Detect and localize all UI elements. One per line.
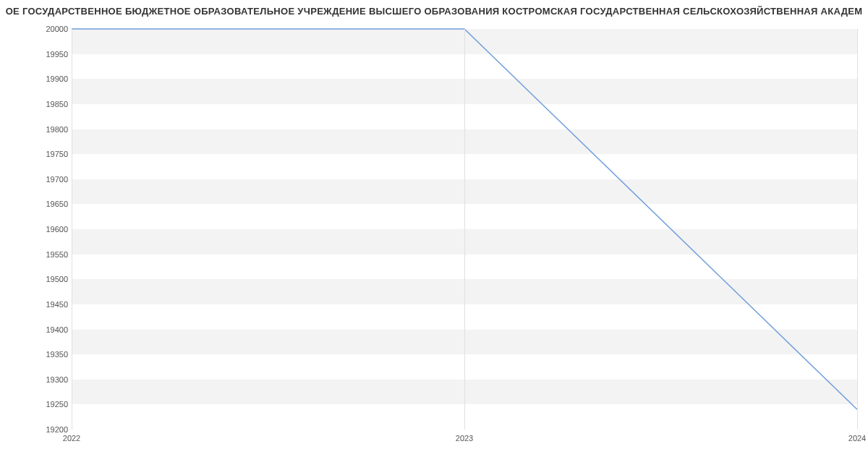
y-tick-label: 19300 [10,375,68,384]
y-tick-label: 19500 [10,275,68,283]
x-tick-label: 2024 [848,434,866,443]
y-tick-label: 19800 [10,125,68,134]
y-tick-label: 19350 [10,350,68,359]
y-tick-label: 19700 [10,175,68,184]
y-tick-label: 19450 [10,300,68,309]
x-gridline [72,29,72,430]
y-tick-label: 19400 [10,325,68,334]
y-tick-label: 19950 [10,50,68,59]
y-tick-label: 19850 [10,100,68,108]
y-tick-label: 19250 [10,400,68,409]
y-tick-label: 19650 [10,200,68,208]
x-gridline [857,29,858,430]
y-tick-label: 20000 [10,25,68,33]
x-tick-label: 2023 [456,434,473,443]
chart-title: ОЕ ГОСУДАРСТВЕННОЕ БЮДЖЕТНОЕ ОБРАЗОВАТЕЛ… [0,6,868,17]
y-tick-label: 19600 [10,225,68,234]
y-tick-label: 19900 [10,74,68,83]
x-tick-label: 2022 [63,434,80,443]
y-tick-label: 19750 [10,150,68,158]
y-tick-label: 19550 [10,250,68,259]
y-tick-label: 19200 [10,425,68,434]
x-gridline [464,29,465,430]
